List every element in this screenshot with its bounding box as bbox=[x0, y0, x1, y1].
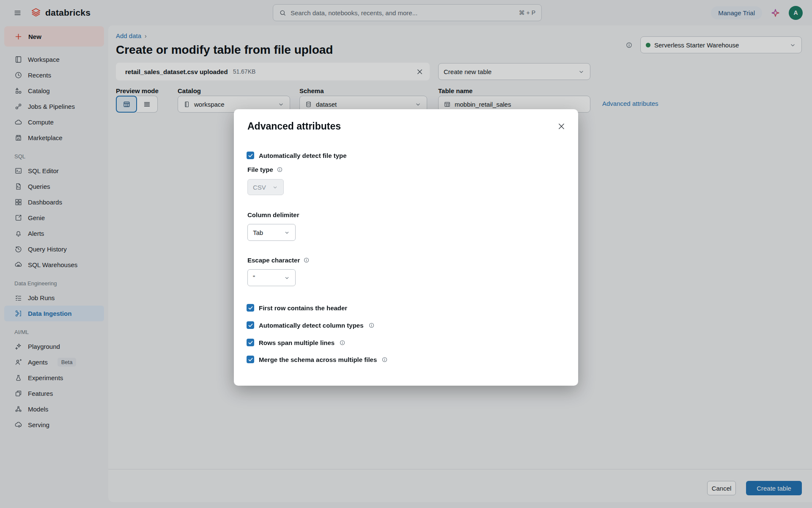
rows-span-multiple-lines-checkbox[interactable]: Rows span multiple lines bbox=[247, 339, 346, 346]
escape-character-select[interactable]: " bbox=[247, 269, 296, 286]
chevron-down-icon bbox=[284, 229, 290, 236]
checkbox-checked-icon bbox=[247, 304, 254, 312]
chevron-down-icon bbox=[284, 275, 290, 281]
file-type-label: File type bbox=[247, 166, 283, 173]
checkbox-checked-icon bbox=[247, 321, 254, 329]
escape-character-label: Escape character bbox=[247, 257, 310, 264]
file-type-select: CSV bbox=[247, 179, 284, 195]
auto-detect-file-type-checkbox[interactable]: Automatically detect file type bbox=[247, 152, 347, 159]
modal-title: Advanced attributes bbox=[247, 121, 341, 132]
column-types-info-icon[interactable] bbox=[368, 322, 375, 329]
checkbox-checked-icon bbox=[247, 152, 254, 159]
escape-character-info-icon[interactable] bbox=[303, 257, 310, 263]
databricks-app: databricks Search data, notebooks, recen… bbox=[0, 0, 812, 508]
checkbox-checked-icon bbox=[247, 339, 254, 346]
merge-schema-info-icon[interactable] bbox=[381, 356, 388, 363]
file-type-info-icon[interactable] bbox=[277, 166, 283, 173]
auto-detect-column-types-checkbox[interactable]: Automatically detect column types bbox=[247, 321, 375, 329]
merge-schema-checkbox[interactable]: Merge the schema across multiple files bbox=[247, 356, 388, 363]
column-delimiter-select[interactable]: Tab bbox=[247, 224, 296, 241]
chevron-down-icon bbox=[272, 184, 278, 190]
rows-span-info-icon[interactable] bbox=[339, 340, 346, 346]
first-row-header-checkbox[interactable]: First row contains the header bbox=[247, 304, 347, 312]
checkbox-checked-icon bbox=[247, 356, 254, 363]
advanced-attributes-modal: Advanced attributes Automatically detect… bbox=[234, 109, 578, 386]
close-icon[interactable] bbox=[556, 121, 566, 131]
column-delimiter-label: Column delimiter bbox=[247, 211, 299, 218]
